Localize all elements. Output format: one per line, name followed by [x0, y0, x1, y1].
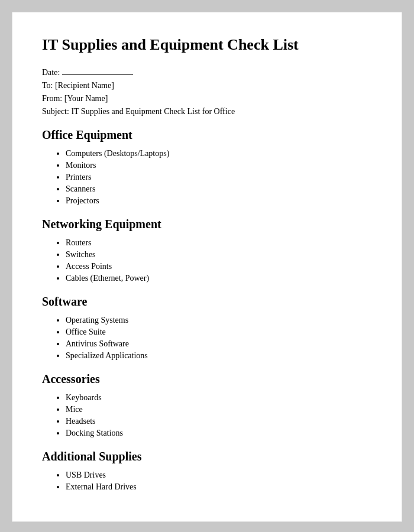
- date-input-line: [62, 66, 133, 75]
- list-item: Headsets: [66, 417, 372, 426]
- subject-value: IT Supplies and Equipment Check List for…: [71, 107, 235, 116]
- list-item: External Hard Drives: [66, 482, 372, 492]
- section-heading-3: Accessories: [42, 372, 372, 386]
- date-label: Date:: [42, 68, 60, 77]
- section-list-3: KeyboardsMiceHeadsetsDocking Stations: [42, 393, 372, 438]
- list-item: Docking Stations: [66, 429, 372, 438]
- section-list-4: USB DrivesExternal Hard Drives: [42, 471, 372, 492]
- list-item: Specialized Applications: [66, 351, 372, 361]
- page-title: IT Supplies and Equipment Check List: [42, 36, 372, 54]
- list-item: Mice: [66, 405, 372, 414]
- list-item: USB Drives: [66, 471, 372, 480]
- subject-label: Subject:: [42, 107, 71, 116]
- list-item: Keyboards: [66, 393, 372, 403]
- section-list-2: Operating SystemsOffice SuiteAntivirus S…: [42, 316, 372, 361]
- section-heading-0: Office Equipment: [42, 128, 372, 142]
- date-line: Date:: [42, 66, 372, 77]
- list-item: Office Suite: [66, 327, 372, 337]
- section-heading-2: Software: [42, 295, 372, 309]
- list-item: Monitors: [66, 161, 372, 170]
- from-label: From:: [42, 94, 64, 103]
- list-item: Routers: [66, 238, 372, 248]
- list-item: Printers: [66, 173, 372, 182]
- section-list-0: Computers (Desktops/Laptops)MonitorsPrin…: [42, 149, 372, 206]
- subject-line: Subject: IT Supplies and Equipment Check…: [42, 107, 372, 116]
- list-item: Computers (Desktops/Laptops): [66, 149, 372, 158]
- to-value: [Recipient Name]: [55, 81, 114, 90]
- document-page: IT Supplies and Equipment Check List Dat…: [12, 12, 402, 522]
- list-item: Scanners: [66, 184, 372, 194]
- list-item: Switches: [66, 250, 372, 259]
- list-item: Antivirus Software: [66, 339, 372, 349]
- from-line: From: [Your Name]: [42, 94, 372, 103]
- sections-container: Office EquipmentComputers (Desktops/Lapt…: [42, 128, 372, 492]
- section-heading-4: Additional Supplies: [42, 450, 372, 463]
- section-heading-1: Networking Equipment: [42, 218, 372, 231]
- to-line: To: [Recipient Name]: [42, 81, 372, 90]
- section-list-1: RoutersSwitchesAccess PointsCables (Ethe…: [42, 238, 372, 283]
- to-label: To:: [42, 81, 55, 90]
- list-item: Cables (Ethernet, Power): [66, 274, 372, 283]
- list-item: Operating Systems: [66, 316, 372, 325]
- list-item: Projectors: [66, 196, 372, 206]
- from-value: [Your Name]: [64, 94, 108, 103]
- list-item: Access Points: [66, 262, 372, 271]
